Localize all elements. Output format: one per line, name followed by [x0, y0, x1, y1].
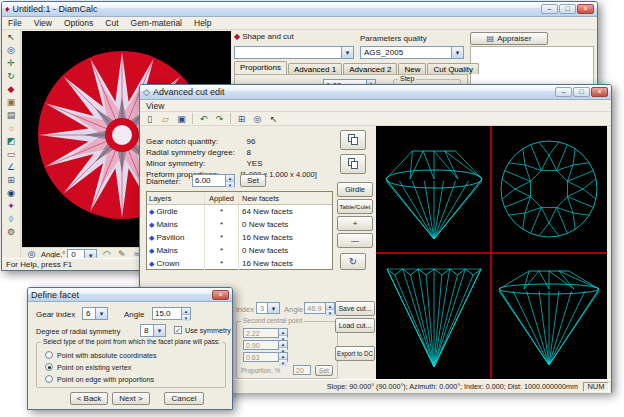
advanced-titlebar[interactable]: ◇ Advanced cut edit – □ × — [140, 85, 611, 100]
copy-layer-button[interactable] — [340, 154, 366, 174]
z-spinner[interactable]: ▴▾ — [279, 352, 288, 362]
add-layer-button[interactable]: + — [337, 216, 373, 231]
minimize-button[interactable]: – — [555, 87, 572, 97]
new-cut-icon[interactable]: ▯ — [142, 113, 157, 125]
proportion-set-button[interactable]: Set — [315, 365, 333, 376]
wireframe-pavilion-view[interactable] — [377, 253, 491, 378]
table-row[interactable]: ◆Mains * 0 New facets — [147, 244, 332, 257]
settings-icon[interactable]: ⚙ — [3, 226, 19, 239]
redo-icon[interactable]: ↷ — [212, 113, 227, 125]
close-button[interactable]: × — [212, 290, 229, 300]
y-coordinate-input[interactable] — [243, 340, 279, 350]
tab-advanced-2[interactable]: Advanced 2 — [343, 63, 397, 74]
wireframe-profile-view[interactable] — [492, 253, 606, 378]
table-row[interactable]: ◆Girdle * 64 New facets — [147, 205, 332, 218]
spin-down-icon[interactable]: ▾ — [226, 181, 234, 188]
grid-icon[interactable]: ⊞ — [3, 174, 19, 187]
maximize-button[interactable]: □ — [559, 4, 576, 14]
degree-combo[interactable]: 8 — [140, 324, 166, 337]
girdle-button[interactable]: Girdle — [337, 182, 373, 197]
save-icon[interactable]: ▣ — [174, 113, 189, 125]
table-culet-button[interactable]: Table/Culet — [337, 199, 373, 214]
zoom-icon[interactable]: ◎ — [3, 44, 19, 57]
appraiser-button[interactable]: ▤ Appraiser — [470, 32, 548, 45]
menu-gem-material[interactable]: Gem-material — [125, 17, 188, 29]
pan-icon[interactable]: ✛ — [3, 57, 19, 70]
proportion-input[interactable] — [293, 365, 311, 375]
menu-cut[interactable]: Cut — [99, 17, 124, 29]
open-icon[interactable]: ▱ — [158, 113, 173, 125]
main-titlebar[interactable]: ♦ Untitled:1 - DiamCalc – □ × — [2, 2, 597, 17]
back-button[interactable]: < Back — [70, 392, 108, 405]
tab-advanced-1[interactable]: Advanced 1 — [288, 63, 342, 74]
eye-icon[interactable]: ◉ — [3, 187, 19, 200]
cancel-button[interactable]: Cancel — [164, 392, 204, 405]
pointer-icon[interactable]: ↖ — [3, 31, 19, 44]
table-row[interactable]: ◆Pavilion * 16 New facets — [147, 231, 332, 244]
remove-layer-button[interactable]: — — [337, 233, 373, 248]
rotate-icon[interactable]: ↻ — [3, 70, 19, 83]
gem-icon[interactable]: ◆ — [3, 83, 19, 96]
diameter-input[interactable] — [192, 174, 226, 187]
angle-spinner[interactable]: ▴▾ — [326, 302, 335, 314]
num-lock-indicator: NUM — [583, 382, 609, 392]
angle-input[interactable] — [152, 307, 182, 320]
y-spinner[interactable]: ▴▾ — [279, 340, 288, 350]
load-cut-button[interactable]: Load cut... — [335, 318, 375, 333]
x-spinner[interactable]: ▴▾ — [279, 328, 288, 338]
use-symmetry-checkbox[interactable]: ✓ — [174, 326, 182, 334]
z-coordinate-input[interactable] — [243, 352, 279, 362]
star-facet-icon[interactable]: ✦ — [3, 200, 19, 213]
appraiser-combo[interactable]: AGS_2005 — [360, 46, 464, 59]
absolute-coordinates-radio[interactable] — [45, 351, 53, 359]
menu-help[interactable]: Help — [188, 17, 217, 29]
angle-input[interactable] — [304, 302, 326, 314]
diameter-set-button[interactable]: Set — [240, 174, 266, 187]
shape-combo[interactable] — [234, 46, 354, 59]
existing-vertex-radio[interactable] — [45, 363, 53, 371]
minimize-button[interactable]: – — [541, 4, 558, 14]
edge-proportions-radio[interactable] — [45, 375, 53, 383]
movie-icon[interactable]: ▤ — [3, 109, 19, 122]
zoom-icon[interactable]: ◎ — [250, 113, 265, 125]
table-row[interactable]: ◆Mains * 0 New facets — [147, 218, 332, 231]
wireframe-top-view[interactable] — [492, 127, 606, 252]
menu-view[interactable]: View — [28, 17, 58, 29]
next-button[interactable]: Next > — [112, 392, 150, 405]
tab-new[interactable]: New — [398, 63, 426, 74]
angle-icon[interactable]: ∠ — [3, 161, 19, 174]
photo-icon[interactable]: ▣ — [3, 96, 19, 109]
table-row[interactable]: ◆Crown * 16 New facets — [147, 257, 332, 270]
close-button[interactable]: × — [577, 4, 594, 14]
pointer-icon[interactable]: ↖ — [266, 113, 281, 125]
menu-view[interactable]: View — [140, 100, 170, 111]
existing-vertex-label: Point on existing vertex — [57, 363, 131, 372]
gear-index-combo[interactable]: 6 — [82, 307, 108, 320]
undo-icon[interactable]: ↶ — [196, 113, 211, 125]
menu-options[interactable]: Options — [58, 17, 99, 29]
tab-cut-quality[interactable]: Cut Quality — [427, 63, 479, 74]
profile-icon[interactable]: ◊ — [3, 213, 19, 226]
grid-icon[interactable]: ⊞ — [234, 113, 249, 125]
index-combo[interactable]: 3 — [256, 302, 280, 314]
x-coordinate-input[interactable] — [243, 328, 279, 338]
light-icon[interactable]: ☼ — [3, 122, 19, 135]
angle-spinner[interactable]: ▴▾ — [182, 307, 191, 320]
spin-down-icon[interactable]: ▾ — [279, 359, 287, 366]
ruler-icon[interactable]: ▭ — [3, 148, 19, 161]
wireframe-side-view[interactable] — [377, 127, 491, 252]
define-facet-dialog: Define facet × Gear index 6 Angle ▴▾ Deg… — [27, 287, 233, 410]
close-button[interactable]: × — [591, 87, 608, 97]
menu-file[interactable]: File — [2, 17, 28, 29]
maximize-button[interactable]: □ — [573, 87, 590, 97]
save-cut-button[interactable]: Save cut... — [335, 301, 375, 316]
refresh-button[interactable]: ↻ — [340, 253, 366, 270]
palette-icon[interactable]: ◩ — [3, 135, 19, 148]
diameter-spinner[interactable]: ▴▾ — [226, 174, 235, 187]
spin-down-icon[interactable]: ▾ — [182, 314, 190, 321]
spin-down-icon[interactable]: ▾ — [326, 309, 334, 316]
export-to-dc-button[interactable]: Export to DC — [335, 346, 375, 361]
define-titlebar[interactable]: Define facet × — [28, 288, 232, 302]
duplicate-layer-button[interactable] — [340, 130, 366, 150]
tab-proportions[interactable]: Proportions — [234, 61, 287, 74]
